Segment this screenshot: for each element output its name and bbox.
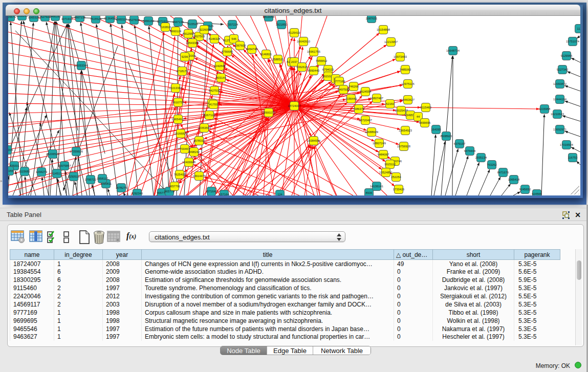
svg-text:2718170: 2718170 bbox=[177, 70, 188, 73]
svg-text:1610753: 1610753 bbox=[172, 101, 184, 104]
svg-text:9427532: 9427532 bbox=[209, 89, 221, 92]
svg-text:2935134: 2935134 bbox=[475, 156, 487, 159]
svg-text:9115460: 9115460 bbox=[420, 106, 431, 109]
svg-text:16961755: 16961755 bbox=[307, 50, 320, 53]
svg-text:26206526: 26206526 bbox=[46, 152, 59, 156]
svg-text:7357224: 7357224 bbox=[227, 23, 238, 26]
svg-text:8912954: 8912954 bbox=[183, 32, 194, 35]
svg-text:8756685: 8756685 bbox=[222, 50, 233, 53]
svg-text:1250513: 1250513 bbox=[68, 175, 80, 178]
svg-text:7485063: 7485063 bbox=[400, 68, 411, 71]
svg-text:19756928: 19756928 bbox=[397, 145, 410, 148]
svg-text:10973493: 10973493 bbox=[394, 55, 407, 58]
svg-text:7625402: 7625402 bbox=[174, 173, 186, 176]
svg-text:3215958: 3215958 bbox=[539, 107, 551, 111]
svg-text:20053346: 20053346 bbox=[75, 64, 88, 67]
svg-text:6497508: 6497508 bbox=[338, 88, 350, 91]
svg-text:2588520: 2588520 bbox=[272, 58, 284, 61]
svg-text:13524851: 13524851 bbox=[379, 171, 393, 174]
svg-text:19654911: 19654911 bbox=[171, 118, 184, 121]
svg-text:8454749: 8454749 bbox=[246, 48, 258, 51]
svg-text:1624554: 1624554 bbox=[360, 90, 372, 93]
svg-text:9827503: 9827503 bbox=[193, 35, 205, 38]
svg-text:14914479: 14914479 bbox=[192, 174, 206, 178]
svg-text:13654923: 13654923 bbox=[399, 129, 412, 132]
svg-text:1678275: 1678275 bbox=[116, 186, 127, 189]
svg-text:111: 111 bbox=[577, 27, 580, 30]
svg-text:9129966: 9129966 bbox=[561, 54, 573, 57]
svg-text:1733426: 1733426 bbox=[393, 188, 405, 191]
svg-text:18807249: 18807249 bbox=[373, 142, 386, 145]
svg-text:124: 124 bbox=[277, 193, 282, 195]
svg-text:2069140: 2069140 bbox=[16, 16, 28, 17]
svg-text:1527602: 1527602 bbox=[128, 18, 140, 21]
svg-text:2156443: 2156443 bbox=[345, 97, 357, 100]
svg-text:10543382: 10543382 bbox=[186, 41, 199, 45]
svg-text:14136141: 14136141 bbox=[370, 185, 383, 188]
svg-text:12353594: 12353594 bbox=[198, 126, 211, 129]
svg-text:12213383: 12213383 bbox=[169, 86, 182, 90]
svg-text:9296: 9296 bbox=[182, 55, 188, 58]
svg-text:1571648: 1571648 bbox=[206, 190, 217, 193]
svg-text:7386372: 7386372 bbox=[353, 107, 365, 111]
svg-text:114513: 114513 bbox=[52, 172, 62, 175]
svg-text:6466160: 6466160 bbox=[50, 16, 61, 18]
svg-text:116753: 116753 bbox=[568, 156, 578, 159]
svg-text:10975857: 10975857 bbox=[58, 164, 71, 167]
svg-text:9136458: 9136458 bbox=[104, 17, 116, 20]
svg-text:23900273: 23900273 bbox=[262, 111, 275, 114]
svg-text:1921850: 1921850 bbox=[276, 23, 288, 26]
svg-text:9777169: 9777169 bbox=[334, 80, 345, 83]
svg-text:1115682: 1115682 bbox=[19, 170, 30, 173]
svg-text:6466160: 6466160 bbox=[143, 19, 155, 23]
svg-text:164095: 164095 bbox=[431, 128, 441, 131]
svg-text:3578332: 3578332 bbox=[193, 139, 205, 142]
svg-text:1667136: 1667136 bbox=[74, 16, 86, 19]
svg-text:8125419: 8125419 bbox=[289, 31, 300, 34]
svg-text:2037: 2037 bbox=[291, 60, 298, 63]
svg-text:10807487: 10807487 bbox=[370, 97, 383, 100]
svg-text:39155: 39155 bbox=[8, 169, 13, 172]
svg-text:18724007: 18724007 bbox=[288, 104, 301, 107]
svg-text:12409948: 12409948 bbox=[182, 161, 195, 164]
svg-text:2616005: 2616005 bbox=[8, 148, 13, 151]
svg-text:803144: 803144 bbox=[216, 76, 226, 79]
svg-text:1362615: 1362615 bbox=[296, 65, 308, 69]
svg-text:8146328: 8146328 bbox=[209, 37, 221, 40]
svg-text:12975115: 12975115 bbox=[401, 82, 414, 85]
svg-text:2367608: 2367608 bbox=[234, 44, 246, 47]
svg-text:157164: 157164 bbox=[219, 193, 229, 195]
svg-text:9484067: 9484067 bbox=[378, 153, 389, 156]
svg-text:8936: 8936 bbox=[366, 191, 373, 194]
svg-text:12093872: 12093872 bbox=[553, 82, 567, 85]
svg-text:924565: 924565 bbox=[532, 192, 541, 195]
svg-text:1292346: 1292346 bbox=[132, 192, 143, 195]
svg-text:19384554: 19384554 bbox=[307, 139, 321, 142]
svg-text:9657791: 9657791 bbox=[169, 185, 181, 188]
svg-text:1065327: 1065327 bbox=[116, 18, 127, 21]
svg-text:9146821: 9146821 bbox=[260, 53, 272, 56]
svg-text:16640910: 16640910 bbox=[297, 40, 310, 43]
svg-text:41700: 41700 bbox=[209, 103, 217, 106]
svg-text:7515526: 7515526 bbox=[187, 23, 199, 26]
svg-text:1615112: 1615112 bbox=[384, 163, 396, 166]
svg-text:9699695: 9699695 bbox=[419, 121, 431, 124]
svg-text:546: 546 bbox=[231, 37, 236, 40]
svg-text:252254: 252254 bbox=[391, 176, 401, 179]
svg-text:12444194: 12444194 bbox=[553, 98, 567, 101]
svg-text:1667136: 1667136 bbox=[172, 20, 184, 24]
svg-text:8813054: 8813054 bbox=[263, 16, 275, 18]
svg-text:1958117: 1958117 bbox=[97, 177, 108, 180]
svg-text:17359926: 17359926 bbox=[70, 150, 83, 153]
svg-text:8990443: 8990443 bbox=[308, 69, 320, 72]
svg-text:3498242: 3498242 bbox=[188, 150, 200, 154]
svg-text:44: 44 bbox=[417, 115, 420, 118]
svg-text:10025438: 10025438 bbox=[395, 109, 408, 112]
svg-text:1795722: 1795722 bbox=[85, 178, 97, 181]
svg-text:19166827: 19166827 bbox=[174, 132, 187, 135]
svg-text:1071913: 1071913 bbox=[61, 17, 73, 20]
svg-text:1405571: 1405571 bbox=[8, 16, 16, 18]
svg-text:7955812: 7955812 bbox=[316, 59, 328, 62]
svg-text:763262: 763262 bbox=[487, 163, 496, 166]
svg-text:6379197: 6379197 bbox=[454, 142, 466, 145]
